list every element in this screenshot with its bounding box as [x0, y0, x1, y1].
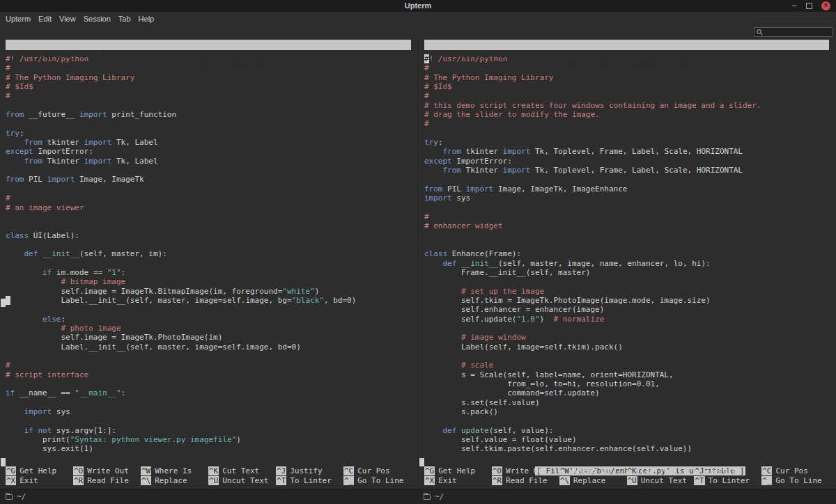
nano-shortcut-where-is: ^WWhere Is	[559, 466, 627, 476]
terminal-pane-right[interactable]: GNU nano 2.7.4 File: /usr/bin/enhancer.p…	[418, 40, 836, 489]
close-button[interactable]: ×	[821, 1, 830, 10]
working-directory: ~/	[435, 492, 444, 501]
nano-version: GNU nano 2.7.4	[40, 51, 105, 60]
status-bar: ~/ ~/	[0, 489, 836, 504]
menu-item-tab[interactable]: Tab	[118, 15, 131, 23]
code-line: from tkinter import Tk, Label	[6, 138, 411, 147]
code-line: self.enhancer = enhancer(image)	[424, 305, 829, 314]
code-line: from Tkinter import Tk, Label	[6, 157, 411, 166]
code-line	[424, 203, 829, 212]
status-bar-left: ~/	[0, 489, 418, 504]
code-line: from tkinter import Tk, Toplevel, Frame,…	[424, 147, 829, 156]
menu-item-edit[interactable]: Edit	[38, 15, 52, 23]
code-line: # an image viewer	[6, 203, 411, 212]
nano-shortcut-cur-pos: ^CCur Pos	[343, 466, 411, 476]
code-line	[6, 259, 411, 268]
code-line	[6, 221, 411, 230]
code-line	[6, 101, 411, 110]
code-line: self.image = ImageTk.BitmapImage(im, for…	[6, 287, 411, 296]
scroll-indicator	[419, 458, 424, 466]
window-controls: − ×	[791, 1, 830, 10]
cursor-indicator	[1, 299, 6, 307]
code-line	[6, 352, 411, 361]
nano-shortcuts: ^GGet Help^OWrite Out^WWhere Is^KCut Tex…	[424, 466, 829, 485]
code-line: # image window	[424, 333, 829, 342]
code-line	[6, 166, 411, 175]
window-titlebar[interactable]: Upterm − ×	[0, 0, 836, 12]
code-line: from PIL import Image, ImageTk	[6, 175, 411, 184]
nano-filename: File: /usr/bin/viewer.py	[6, 61, 411, 71]
menu-item-session[interactable]: Session	[84, 15, 111, 23]
code-line	[6, 398, 411, 407]
code-line: # drag the slider to modify the image.	[424, 110, 829, 119]
code-line	[6, 184, 411, 194]
code-line: from __future__ import print_function	[6, 110, 411, 119]
nano-shortcut-get-help: ^GGet Help	[6, 466, 73, 476]
search-input[interactable]	[765, 29, 830, 36]
maximize-button[interactable]	[806, 3, 812, 9]
code-line	[424, 324, 829, 333]
code-line: Label(self, image=self.tkim).pack()	[424, 342, 829, 352]
code-line: def update(self, value):	[424, 426, 829, 435]
code-line: # $Id$	[6, 82, 411, 91]
code-line: if not sys.argv[1:]:	[6, 426, 411, 435]
nano-shortcuts: ^GGet Help^OWrite Out^WWhere Is^KCut Tex…	[6, 466, 411, 485]
code-line: # The Python Imaging Library	[6, 73, 411, 82]
code-line: from PIL import Image, ImageTk, ImageEnh…	[424, 184, 829, 194]
code-line	[424, 352, 829, 361]
scroll-indicator	[1, 458, 6, 466]
code-line: self.update("1.0") # normalize	[424, 315, 829, 324]
code-line: try:	[6, 129, 411, 138]
code-line: Frame.__init__(self, master)	[424, 268, 829, 277]
nano-titlebar-right: GNU nano 2.7.4 File: /usr/bin/enhancer.p…	[424, 40, 829, 50]
code-line: #	[6, 91, 411, 100]
code-line: sys.exit(1)	[6, 444, 411, 453]
nano-code-area[interactable]: #! /usr/bin/python## The Python Imaging …	[424, 54, 829, 454]
nano-shortcut-go-to-line: ^_Go To Line	[761, 476, 829, 486]
code-line: self.tkim = ImageTk.PhotoImage(image.mod…	[424, 296, 829, 305]
code-line: Label.__init__(self, master, image=self.…	[6, 296, 411, 305]
nano-shortcut-justify: ^JJustify	[694, 466, 761, 476]
code-line: from_=lo, to=hi, resolution=0.01,	[424, 379, 829, 388]
nano-shortcut-read-file: ^RRead File	[73, 476, 141, 486]
code-line: try:	[424, 138, 829, 147]
nano-shortcut-write-out: ^OWrite Out	[73, 466, 141, 476]
code-line: command=self.update)	[424, 388, 829, 397]
code-line: # script interface	[6, 370, 411, 379]
toolbar-row	[0, 24, 836, 40]
code-line: self.tkim.paste(self.enhancer.enhance(se…	[424, 444, 829, 453]
code-line: s.set(self.value)	[424, 398, 829, 407]
menu-item-view[interactable]: View	[59, 15, 76, 23]
code-line	[424, 231, 829, 240]
nano-status-row	[6, 457, 411, 466]
code-line: # this demo script creates four windows …	[424, 101, 829, 110]
code-line: print("Syntax: python viewer.py imagefil…	[6, 435, 411, 444]
search-box[interactable]	[754, 27, 833, 37]
nano-code-area[interactable]: #! /usr/bin/python## The Python Imaging …	[6, 54, 411, 454]
code-line: #	[424, 119, 829, 128]
code-line: #	[424, 91, 829, 100]
code-line: except ImportError:	[6, 147, 411, 156]
folder-icon	[6, 494, 13, 500]
minimize-button[interactable]: −	[791, 3, 797, 9]
nano-shortcut-uncut-text: ^UUncut Text	[627, 476, 695, 486]
code-line: else:	[6, 315, 411, 324]
nano-shortcut-read-file: ^RRead File	[492, 476, 559, 486]
nano-shortcut-get-help: ^GGet Help	[424, 466, 492, 476]
nano-shortcut-replace: ^\Replace	[141, 476, 208, 486]
terminal-pane-left[interactable]: GNU nano 2.7.4 File: /usr/bin/viewer.py …	[0, 40, 418, 489]
code-line: #	[6, 194, 411, 203]
code-line: #	[6, 361, 411, 370]
code-line	[424, 240, 829, 249]
nano-shortcut-go-to-line: ^_Go To Line	[343, 476, 411, 486]
menu-bar: UptermEditViewSessionTabHelp	[0, 12, 836, 24]
menu-item-upterm[interactable]: Upterm	[6, 15, 31, 23]
code-line	[6, 212, 411, 221]
menu-item-help[interactable]: Help	[139, 15, 155, 23]
code-line	[6, 240, 411, 249]
nano-shortcut-replace: ^\Replace	[559, 476, 627, 486]
nano-shortcut-cut-text: ^KCut Text	[208, 466, 276, 476]
nano-shortcut-exit: ^XExit	[6, 476, 73, 486]
nano-version: GNU nano 2.7.4	[459, 51, 524, 60]
code-line: from Tkinter import Tk, Toplevel, Frame,…	[424, 166, 829, 175]
